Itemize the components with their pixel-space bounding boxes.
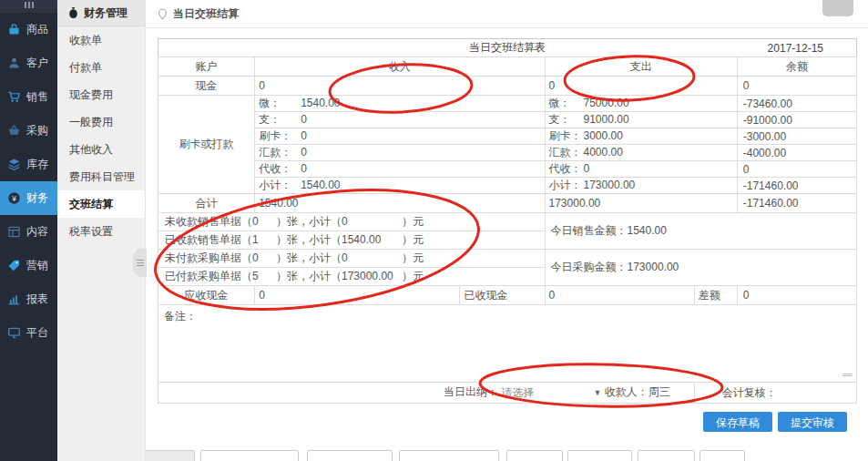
clipped-bottom-button[interactable] bbox=[567, 450, 632, 461]
submenu-item-expense-categories[interactable]: 费用科目管理 bbox=[57, 163, 145, 190]
submenu-header-label: 财务管理 bbox=[84, 5, 128, 21]
submit-review-button[interactable]: 提交审核 bbox=[778, 412, 847, 432]
income-sub-row: 小计：1540.00 bbox=[255, 178, 545, 194]
clipped-bottom-button[interactable] bbox=[200, 450, 299, 461]
balance-value: -171460.00 bbox=[737, 178, 856, 194]
yen-circle-icon: ¥ bbox=[7, 191, 21, 205]
sidebar-item-marketing[interactable]: 营销 bbox=[0, 249, 57, 282]
remarks-textarea[interactable]: 备注： bbox=[158, 305, 857, 383]
receivable-cash-value: 0 bbox=[255, 286, 460, 305]
save-draft-button[interactable]: 保存草稿 bbox=[703, 412, 772, 432]
cashier-select-value: 请选择 bbox=[501, 385, 534, 401]
sidebar-item-products[interactable]: 商品 bbox=[0, 13, 57, 46]
cart-icon bbox=[7, 90, 21, 104]
sidebar-item-label: 平台 bbox=[26, 325, 48, 341]
monitor-icon bbox=[7, 326, 21, 340]
doc-row-paid-sales: 已收款销售单据（1）张，小计（1540.00）元 bbox=[158, 231, 546, 250]
sidebar-item-customers[interactable]: 客户 bbox=[0, 46, 57, 80]
income-sub-row: 汇款：0 bbox=[255, 145, 545, 161]
income-sub-row: 微：1540.00 bbox=[255, 96, 545, 112]
sidebar-item-reports[interactable]: 报表 bbox=[0, 282, 57, 316]
total-expense-value: 173000.00 bbox=[545, 194, 737, 213]
doc-row-paid-purchase: 已付款采购单据（5）张，小计（173000.00）元 bbox=[158, 268, 546, 286]
cash-balance-value: 0 bbox=[737, 77, 856, 96]
submenu-item-shift-settlement[interactable]: 交班结算 bbox=[57, 190, 145, 218]
clipped-bottom-button[interactable] bbox=[638, 450, 695, 461]
sidebar-item-label: 客户 bbox=[26, 56, 48, 71]
submenu-header: 财务管理 bbox=[57, 0, 145, 26]
clipped-bottom-button[interactable] bbox=[700, 450, 745, 461]
submenu-collapse-handle[interactable] bbox=[133, 249, 147, 277]
primary-sidebar: 商品 客户 销售 采购 库存 ¥ 财务 内容 营销 报表 平台 bbox=[0, 0, 57, 461]
balance-value: -4000.00 bbox=[737, 145, 856, 161]
remarks-label: 备注： bbox=[164, 310, 197, 323]
breadcrumb: 当日交班结算 bbox=[146, 0, 868, 28]
doc-row-unpaid-sales: 未收款销售单据（0）张，小计（0）元 bbox=[158, 213, 546, 231]
sidebar-item-purchasing[interactable]: 采购 bbox=[0, 114, 57, 148]
sidebar-item-label: 报表 bbox=[26, 292, 48, 307]
received-cash-value: 0 bbox=[545, 286, 694, 305]
footer-actions: 保存草稿 提交审核 bbox=[703, 412, 847, 432]
sidebar-item-sales[interactable]: 销售 bbox=[0, 80, 57, 114]
submenu-item-tax-settings[interactable]: 税率设置 bbox=[57, 218, 145, 245]
chevron-down-icon: ▼ bbox=[593, 388, 601, 397]
settlement-sheet: 当日交班结算表 2017-12-15 账户 收入 支出 余额 现金 0 0 0 … bbox=[158, 38, 857, 404]
received-cash-label: 已收现金 bbox=[460, 286, 545, 305]
submenu-item-receipts[interactable]: 收款单 bbox=[57, 26, 145, 54]
expense-sub-row: 汇款：4000.00 bbox=[545, 145, 737, 161]
cashier-select[interactable]: 请选择 ▼ bbox=[501, 385, 601, 401]
balance-value: 0 bbox=[737, 161, 856, 178]
submenu-item-cash-expense[interactable]: 现金费用 bbox=[57, 81, 145, 108]
submenu-item-payments[interactable]: 付款单 bbox=[57, 54, 145, 81]
bar-chart-icon bbox=[7, 292, 21, 306]
location-pin-icon bbox=[158, 8, 168, 20]
income-sub-row: 刷卡：0 bbox=[255, 128, 545, 145]
breadcrumb-label: 当日交班结算 bbox=[173, 6, 239, 22]
sidebar-item-platform[interactable]: 平台 bbox=[0, 316, 57, 350]
sheet-title-row: 当日交班结算表 2017-12-15 bbox=[158, 39, 857, 57]
menu-bars-icon bbox=[25, 2, 34, 8]
receivable-cash-label: 应收现金 bbox=[158, 286, 255, 305]
balance-value: -91000.00 bbox=[737, 112, 856, 128]
resize-handle-icon[interactable] bbox=[843, 373, 853, 379]
sidebar-item-content[interactable]: 内容 bbox=[0, 215, 57, 249]
clipped-top-element bbox=[822, 0, 853, 16]
payee-label: 收款人：周三 bbox=[605, 385, 670, 398]
bag-icon bbox=[7, 23, 21, 36]
sidebar-item-label: 财务 bbox=[26, 190, 48, 206]
submenu-item-general-expense[interactable]: 一般费用 bbox=[57, 108, 145, 136]
sidebar-item-finance[interactable]: ¥ 财务 bbox=[0, 181, 57, 215]
sidebar-item-inventory[interactable]: 库存 bbox=[0, 148, 57, 181]
cashier-label: 当日出纳： bbox=[444, 385, 498, 398]
difference-value: 0 bbox=[737, 286, 856, 305]
difference-label: 差额 bbox=[694, 286, 737, 305]
cash-row-label: 现金 bbox=[158, 77, 255, 96]
doc-row-unpaid-purchase: 未付款采购单据（0）张，小计（0）元 bbox=[158, 250, 546, 268]
clipped-bottom-button[interactable] bbox=[506, 450, 563, 461]
hamburger-icon bbox=[137, 260, 144, 266]
col-header-income: 收入 bbox=[255, 57, 545, 77]
clipped-bottom-button[interactable] bbox=[307, 450, 393, 461]
person-icon bbox=[7, 56, 21, 70]
income-sub-row: 代收：0 bbox=[255, 161, 545, 178]
card-transfer-group-label: 刷卡或打款 bbox=[158, 96, 255, 194]
expense-sub-row: 刷卡：3000.00 bbox=[545, 128, 737, 145]
sheet-date: 2017-12-15 bbox=[768, 42, 823, 55]
sidebar-collapse-button[interactable] bbox=[0, 0, 57, 13]
balance-value: -3000.00 bbox=[737, 128, 856, 145]
total-row-label: 合计 bbox=[158, 194, 255, 213]
accountant-review-label: 会计复核： bbox=[694, 383, 856, 404]
expense-sub-row: 支：91000.00 bbox=[545, 112, 737, 128]
cashier-row: 当日出纳： 请选择 ▼ 收款人：周三 bbox=[158, 383, 695, 404]
balance-value: -73460.00 bbox=[737, 96, 856, 112]
sidebar-item-label: 采购 bbox=[26, 123, 48, 138]
col-header-expense: 支出 bbox=[545, 57, 737, 77]
sheet-title: 当日交班结算表 bbox=[469, 41, 546, 54]
clipped-bottom-button[interactable] bbox=[399, 450, 499, 461]
submenu-item-other-income[interactable]: 其他收入 bbox=[57, 136, 145, 163]
basket-icon bbox=[7, 124, 21, 138]
tag-icon bbox=[7, 259, 21, 272]
sidebar-item-label: 内容 bbox=[26, 224, 48, 240]
cash-income-value: 0 bbox=[255, 77, 545, 96]
today-sales-amount: 今日销售金额：1540.00 bbox=[545, 213, 856, 250]
